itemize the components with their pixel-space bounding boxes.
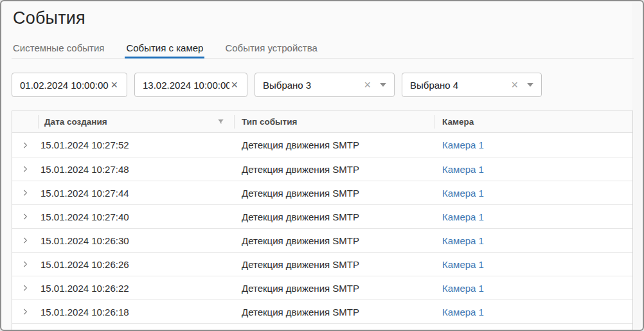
- row-type: Детекция движения SMTP: [234, 205, 434, 228]
- row-type: Детекция движения SMTP: [234, 181, 434, 204]
- clear-icon[interactable]: ×: [362, 79, 372, 91]
- camera-link[interactable]: Камера 1: [442, 307, 484, 318]
- row-type: Детекция движения SMTP: [234, 253, 434, 276]
- row-type: Детекция движения SMTP: [234, 300, 434, 323]
- camera-column-header: Камера: [434, 111, 632, 132]
- chevron-right-icon[interactable]: [21, 307, 30, 316]
- row-date: 15.01.2024 10:27:52: [38, 133, 234, 157]
- date-to-input[interactable]: 13.02.2024 10:00:00 ×: [134, 73, 247, 97]
- table-row: 15.01.2024 10:26:26 Детекция движения SM…: [12, 252, 632, 276]
- camera-link[interactable]: Камера 1: [442, 139, 484, 150]
- clear-icon[interactable]: ×: [510, 79, 519, 91]
- row-date: 15.01.2024 10:26:18: [38, 300, 234, 323]
- tab-camera-events[interactable]: События с камер: [125, 39, 204, 58]
- chevron-right-icon[interactable]: [21, 165, 30, 174]
- date-from-value: 01.02.2024 10:00:00: [20, 80, 109, 91]
- row-type: Детекция движения SMTP: [234, 157, 434, 181]
- tab-system-events[interactable]: Системные события: [12, 39, 105, 58]
- camera-select-value: Выбрано 4: [410, 80, 510, 91]
- camera-link[interactable]: Камера 1: [442, 283, 484, 294]
- row-date: 15.01.2024 10:26:22: [38, 276, 234, 300]
- chevron-down-icon[interactable]: [527, 83, 533, 87]
- expand-column-header: [12, 111, 38, 132]
- page-title: События: [13, 8, 85, 28]
- table-row: 15.01.2024 10:27:52 Детекция движения SM…: [12, 133, 632, 157]
- tab-device-events[interactable]: События устройства: [224, 39, 318, 58]
- table-row: 15.01.2024 10:27:44 Детекция движения SM…: [12, 181, 632, 204]
- camera-link[interactable]: Камера 1: [442, 164, 484, 175]
- chevron-right-icon[interactable]: [21, 260, 30, 269]
- type-column-label: Тип события: [242, 117, 297, 127]
- camera-select[interactable]: Выбрано 4 ×: [402, 73, 542, 97]
- clear-icon[interactable]: ×: [109, 79, 119, 91]
- table-row: 15.01.2024 10:26:18 Детекция движения SM…: [12, 300, 632, 323]
- clear-icon[interactable]: ×: [229, 79, 239, 91]
- tabs-bar: Системные события События с камер Событи…: [12, 39, 634, 58]
- filter-icon[interactable]: [217, 118, 225, 126]
- chevron-right-icon[interactable]: [21, 141, 30, 150]
- date-to-value: 13.02.2024 10:00:00: [143, 80, 229, 91]
- chevron-right-icon[interactable]: [21, 212, 30, 221]
- date-column-label: Дата создания: [44, 117, 107, 127]
- table-row: 15.01.2024 10:26:30 Детекция движения SM…: [12, 228, 632, 252]
- camera-link[interactable]: Камера 1: [442, 235, 484, 246]
- table-header: Дата создания Тип события Камера: [12, 111, 632, 133]
- chevron-right-icon[interactable]: [21, 188, 30, 197]
- table-row: 15.01.2024 10:27:40 Детекция движения SM…: [12, 204, 632, 228]
- table-row: 15.01.2024 10:26:22 Детекция движения SM…: [12, 276, 632, 300]
- row-date: 15.01.2024 10:26:30: [38, 229, 234, 252]
- date-column-header: Дата создания: [38, 111, 234, 132]
- event-type-select-value: Выбрано 3: [263, 80, 362, 91]
- row-date: 15.01.2024 10:27:44: [38, 181, 234, 204]
- table-row-partial: [12, 323, 632, 331]
- row-date: 15.01.2024 10:26:26: [38, 253, 234, 276]
- row-date: 15.01.2024 10:27:48: [38, 157, 234, 181]
- camera-link[interactable]: Камера 1: [442, 211, 484, 222]
- table-row: 15.01.2024 10:27:48 Детекция движения SM…: [12, 157, 632, 181]
- event-type-select[interactable]: Выбрано 3 ×: [255, 73, 395, 97]
- filters-bar: 01.02.2024 10:00:00 × 13.02.2024 10:00:0…: [12, 73, 542, 97]
- row-type: Детекция движения SMTP: [234, 133, 434, 157]
- type-column-header: Тип события: [234, 111, 434, 132]
- camera-link[interactable]: Камера 1: [442, 188, 484, 199]
- row-type: Детекция движения SMTP: [234, 276, 434, 300]
- camera-link[interactable]: Камера 1: [442, 259, 484, 270]
- events-table: Дата создания Тип события Камера 15.01.2…: [12, 111, 633, 331]
- chevron-down-icon[interactable]: [380, 83, 386, 87]
- chevron-right-icon[interactable]: [21, 283, 30, 292]
- date-from-input[interactable]: 01.02.2024 10:00:00 ×: [12, 73, 127, 97]
- chevron-right-icon[interactable]: [21, 236, 30, 245]
- camera-column-label: Камера: [442, 117, 474, 127]
- row-date: 15.01.2024 10:27:40: [38, 205, 234, 228]
- row-type: Детекция движения SMTP: [234, 229, 434, 252]
- events-page: События Системные события События с каме…: [0, 0, 644, 331]
